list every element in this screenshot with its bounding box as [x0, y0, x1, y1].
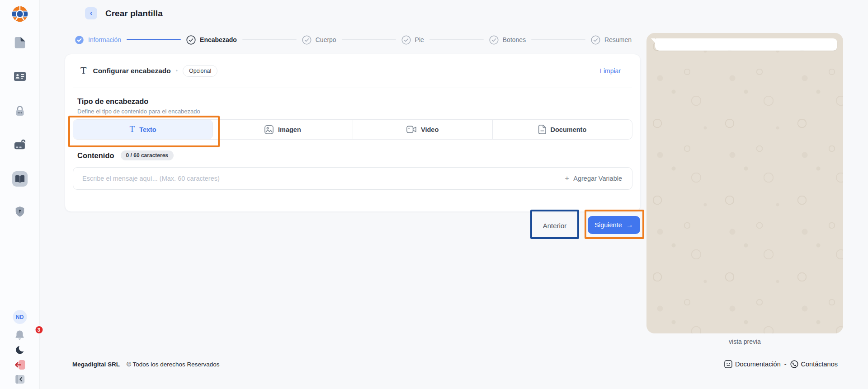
- card-title: Configurar encabezado: [93, 67, 170, 75]
- footer-company: Megadigital SRL: [72, 361, 120, 368]
- tab-label: Documento: [551, 126, 587, 133]
- type-section-subheading: Define el tipo de contenido para el enca…: [77, 108, 621, 115]
- next-button[interactable]: Siguiente →: [588, 216, 640, 234]
- whatsapp-preview-panel: [646, 33, 843, 333]
- step-encabezado[interactable]: Encabezado: [186, 35, 237, 45]
- moon-icon: [15, 345, 24, 355]
- step-label: Información: [88, 36, 121, 43]
- content-section-header: Contenido 0 / 60 caracteres: [77, 150, 621, 160]
- tab-video[interactable]: Video: [353, 120, 493, 139]
- sidebar: ND 3: [0, 0, 40, 389]
- step-label: Resumen: [604, 36, 632, 43]
- file-icon: [14, 37, 25, 48]
- notification-count-badge: 3: [34, 325, 43, 334]
- sidebar-item-templates[interactable]: [12, 171, 28, 187]
- avatar-initials: ND: [13, 310, 27, 324]
- logout-button[interactable]: [14, 360, 25, 370]
- plus-icon: +: [565, 174, 569, 183]
- previous-button[interactable]: Anterior: [538, 217, 572, 234]
- step-resumen[interactable]: Resumen: [591, 35, 632, 45]
- check-circle-icon: [75, 35, 84, 45]
- documentation-link[interactable]: Documentación: [724, 360, 781, 368]
- credit-card-icon: [14, 139, 26, 150]
- step-label: Cuerpo: [316, 36, 336, 43]
- sidebar-item-security[interactable]: [14, 105, 25, 117]
- doodle-pattern-background: [646, 33, 843, 333]
- step-label: Pie: [415, 36, 424, 43]
- text-type-icon: T: [80, 65, 86, 76]
- brand-logo[interactable]: [11, 5, 29, 23]
- sidebar-item-contacts[interactable]: [14, 72, 26, 81]
- sidebar-item-billing[interactable]: [14, 139, 26, 150]
- tab-imagen[interactable]: Imagen: [213, 120, 353, 139]
- book-icon-background: [12, 171, 28, 187]
- tab-documento[interactable]: Documento: [493, 120, 632, 139]
- clear-link[interactable]: Limpiar: [600, 67, 621, 75]
- back-button[interactable]: ‹: [85, 7, 97, 19]
- phone-circle-icon: [790, 360, 798, 368]
- header-type-tabs: T Texto Imagen Video: [73, 119, 632, 140]
- stepper-connector: [127, 39, 181, 41]
- stepper-connector: [429, 39, 484, 40]
- stepper-connector: [242, 39, 297, 40]
- step-informacion[interactable]: Información: [75, 35, 121, 45]
- message-bubble-preview: [655, 38, 837, 51]
- step-label: Botones: [503, 36, 526, 43]
- tab-label: Video: [421, 126, 439, 133]
- collapse-panel-icon: [15, 375, 24, 384]
- next-button-label: Siguiente: [594, 221, 622, 229]
- step-cuerpo[interactable]: Cuerpo: [302, 35, 336, 45]
- shield-icon: [15, 206, 24, 217]
- page-title: Crear plantilla: [105, 9, 163, 19]
- sidebar-item-permissions[interactable]: [15, 206, 24, 217]
- document-icon: [538, 125, 546, 134]
- image-icon: [264, 125, 274, 134]
- dot-separator: •: [176, 68, 178, 74]
- brand-logo-icon: [11, 5, 29, 23]
- check-circle-icon: [401, 35, 411, 45]
- notifications-button[interactable]: 3: [0, 330, 39, 340]
- tab-label: Texto: [139, 126, 156, 133]
- docs-icon: [724, 360, 732, 368]
- step-botones[interactable]: Botones: [489, 35, 526, 45]
- back-chevron-icon: ‹: [90, 9, 93, 18]
- tab-label: Imagen: [278, 126, 301, 133]
- text-icon: T: [130, 124, 135, 134]
- bell-icon: [15, 330, 25, 340]
- contact-label: Contáctanos: [801, 361, 838, 368]
- footer-left: Megadigital SRL © Todos los derechos Res…: [72, 361, 220, 368]
- encabezado-card: T Configurar encabezado • Opcional Limpi…: [65, 54, 641, 212]
- optional-badge: Opcional: [183, 65, 217, 77]
- step-label: Encabezado: [200, 36, 237, 43]
- id-card-icon: [14, 72, 26, 81]
- footer-rights: © Todos los derechos Reservados: [127, 361, 220, 368]
- content-heading: Contenido: [77, 151, 114, 160]
- add-variable-button[interactable]: + Agregar Variable: [565, 174, 632, 183]
- add-variable-label: Agregar Variable: [573, 175, 622, 182]
- arrow-right-icon: →: [626, 221, 633, 229]
- dark-mode-toggle[interactable]: [15, 345, 24, 355]
- stepper-connector: [531, 39, 585, 40]
- contact-link[interactable]: Contáctanos: [790, 360, 838, 368]
- tab-texto[interactable]: T Texto: [73, 120, 213, 139]
- stepper-connector: [342, 39, 396, 40]
- logout-icon: [14, 360, 25, 370]
- step-pie[interactable]: Pie: [401, 35, 424, 45]
- check-circle-icon: [302, 35, 311, 45]
- message-input-container: + Agregar Variable: [73, 167, 632, 190]
- book-icon: [15, 175, 25, 183]
- divider: [73, 88, 632, 88]
- check-circle-icon: [186, 35, 196, 45]
- wizard-stepper: Información Encabezado Cuerpo Pie: [75, 35, 632, 45]
- collapse-sidebar-button[interactable]: [15, 375, 24, 384]
- card-header: T Configurar encabezado • Opcional Limpi…: [65, 54, 640, 88]
- check-circle-icon: [489, 35, 499, 45]
- user-avatar[interactable]: ND: [13, 310, 27, 324]
- footer-separator: -: [784, 361, 787, 368]
- char-counter-badge: 0 / 60 caracteres: [121, 150, 174, 160]
- message-input[interactable]: [73, 175, 565, 182]
- documentation-label: Documentación: [735, 361, 781, 368]
- lock-icon: [14, 105, 25, 117]
- sidebar-item-documents[interactable]: [14, 37, 25, 48]
- app-root: ND 3: [0, 0, 868, 389]
